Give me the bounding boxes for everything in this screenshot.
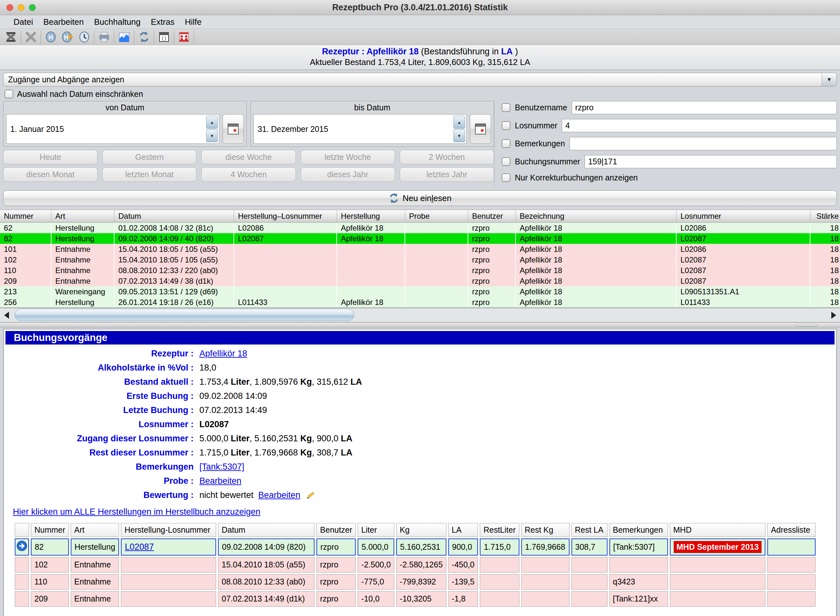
table-row[interactable]: 101Entnahme15.04.2010 18:05 / 105 (a55)r… [0,244,840,254]
cell-herstellung: Apfellikör 18 [337,297,405,308]
quick-diesen-monat-button[interactable]: diesen Monat [3,167,97,182]
buchungsnummer-input[interactable] [585,155,837,168]
table-row[interactable]: 62Herstellung01.02.2008 14:08 / 32 (81c)… [0,223,840,233]
bewertung-bearbeiten-link[interactable]: Bearbeiten [258,490,301,500]
col-benutzer[interactable]: Benutzer [468,210,516,222]
korrektur-checkbox[interactable] [502,173,510,182]
svg-text:H: H [48,34,53,41]
quick-dieses-jahr-button[interactable]: dieses Jahr [301,167,395,182]
table-row[interactable]: 213Wareneingang09.05.2013 13:51 / 129 (d… [0,286,840,297]
minimize-window-button[interactable] [18,4,25,11]
quick-4-wochen-button[interactable]: 4 Wochen [201,167,296,182]
clock-icon[interactable] [76,30,92,44]
col-datum[interactable]: Datum [114,210,234,222]
reload-button[interactable]: Neu einlesen [3,191,837,206]
detail-table-row[interactable]: 110 Entnahme 08.08.2010 12:33 (ab0) rzpr… [15,574,815,590]
spinner-down-icon[interactable]: ▼ [206,129,218,142]
cell-adressliste [767,574,815,590]
zoom-window-button[interactable] [29,4,36,11]
cell-staerke: 18 [811,254,840,265]
refresh-icon[interactable] [136,30,152,44]
detail-table-row[interactable]: 102 Entnahme 15.04.2010 18:05 (a55) rzpr… [15,557,815,573]
table-row[interactable]: 102Entnahme15.04.2010 18:05 / 105 (a55)r… [0,254,840,265]
erste-buchung-label: Erste Buchung : [4,391,194,401]
show-all-productions-link[interactable]: Hier klicken um ALLE Herstellungen im He… [13,507,261,517]
benutzername-checkbox[interactable] [502,103,510,112]
exit-icon[interactable] [3,30,19,44]
scroll-right-icon[interactable] [827,308,840,322]
tank-link[interactable]: [Tank:5307] [199,462,245,472]
cell-staerke: 18 [811,297,840,308]
bis-datum-calendar-button[interactable] [470,114,491,144]
menu-bearbeiten[interactable]: Bearbeiten [38,17,89,27]
help-grid-icon[interactable] [176,30,192,44]
col-art[interactable]: Art [51,210,114,222]
booking-detail-panel: Buchungsvorgänge Rezeptur : Apfellikör 1… [3,329,837,616]
chevron-down-icon[interactable]: ▼ [822,73,837,86]
quick-gestern-button[interactable]: Gestern [102,150,196,164]
quick-2-wochen-button[interactable]: 2 Wochen [400,150,494,164]
close-window-button[interactable] [6,4,13,11]
print-icon[interactable] [96,30,113,44]
booking-h-icon[interactable]: H [43,30,59,44]
detail-table-row[interactable]: 209 Entnahme 07.02.2013 14:49 (d1k) rzpr… [15,591,815,607]
spinner-up-icon[interactable]: ▲ [206,116,218,129]
checkbox-icon[interactable] [4,90,13,98]
probe-bearbeiten-link[interactable]: Bearbeiten [199,476,242,486]
menu-extras[interactable]: Extras [146,17,180,27]
losnummer-checkbox[interactable] [502,121,510,130]
chart-icon[interactable] [116,30,132,44]
calendar-icon[interactable]: ( ) [155,30,172,44]
von-datum-calendar-button[interactable] [223,114,244,144]
detail-table-row-selected[interactable]: 82 Herstellung L02087 09.02.2008 14:09 (… [15,538,815,556]
horizontal-scrollbar[interactable] [0,308,840,322]
col-datum: Datum [218,523,315,537]
cell-losnummer: L02086 [677,223,811,233]
recipe-link[interactable]: Apfellikör 18 [199,349,247,358]
scrollbar-thumb[interactable] [15,309,354,321]
quick-heute-button[interactable]: Heute [3,150,97,164]
booking-h-arrow-icon[interactable]: H [59,30,76,44]
col-herstellung-losnummer[interactable]: Herstellung–Losnummer [234,210,337,222]
buchungsnummer-checkbox[interactable] [502,157,510,166]
bemerkungen-input[interactable] [570,137,837,150]
col-benutzer: Benutzer [317,523,356,537]
menu-datei[interactable]: Datei [8,17,38,27]
cell-herstellung-losnummer: L011433 [234,297,337,308]
view-mode-select[interactable]: Zugänge und Abgänge anzeigen ▼ [3,73,837,87]
rest-losnummer-label: Rest dieser Losnummer : [4,448,194,458]
table-row[interactable]: 209Entnahme07.02.2013 14:49 / 38 (d1k)rz… [0,276,840,286]
menu-buchhaltung[interactable]: Buchhaltung [89,17,146,27]
col-nummer[interactable]: Nummer [0,210,51,222]
bis-datum-input[interactable]: 31. Dezember 2015 ▲ ▼ [254,114,467,144]
quick-diese-woche-button[interactable]: diese Woche [201,150,296,164]
date-filter-checkbox[interactable]: Auswahl nach Datum einschränken [4,89,840,99]
toolbar-separator [41,31,41,43]
spinner-down-icon[interactable]: ▼ [453,129,465,142]
cell-probe [405,254,468,265]
erste-buchung-value: 09.02.2008 14:09 [199,391,267,401]
benutzername-input[interactable] [572,101,837,114]
bemerkungen-checkbox[interactable] [502,139,510,148]
col-bezeichnung[interactable]: Bezeichnung [516,210,677,222]
col-herstellung[interactable]: Herstellung [337,210,405,222]
delete-icon[interactable] [22,30,39,44]
col-staerke[interactable]: Stärke [811,210,840,222]
von-datum-input[interactable]: 1. Januar 2015 ▲ ▼ [6,114,219,144]
table-row[interactable]: 256Herstellung26.01.2014 19:18 / 26 (e16… [0,297,840,308]
col-probe[interactable]: Probe [405,210,468,222]
splitter-handle[interactable] [0,322,840,327]
losnummer-input[interactable] [562,119,837,132]
col-losnummer[interactable]: Losnummer [677,210,811,222]
quick-letzten-monat-button[interactable]: letzten Monat [102,167,196,182]
quick-letztes-jahr-button[interactable]: letztes Jahr [400,167,494,182]
spinner-up-icon[interactable]: ▲ [453,116,465,129]
cell-benutzer: rzpro [317,591,356,607]
menu-hilfe[interactable]: Hilfe [180,17,207,27]
splitter-grip[interactable] [795,324,818,327]
table-row[interactable]: 110Entnahme08.08.2010 12:33 / 220 (ab0)r… [0,265,840,276]
table-row[interactable]: 82Herstellung09.02.2008 14:09 / 40 (820)… [0,233,840,244]
scroll-left-icon[interactable] [0,308,13,322]
quick-letzte-woche-button[interactable]: letzte Woche [301,150,395,164]
losnummer-link[interactable]: L02087 [125,542,154,551]
